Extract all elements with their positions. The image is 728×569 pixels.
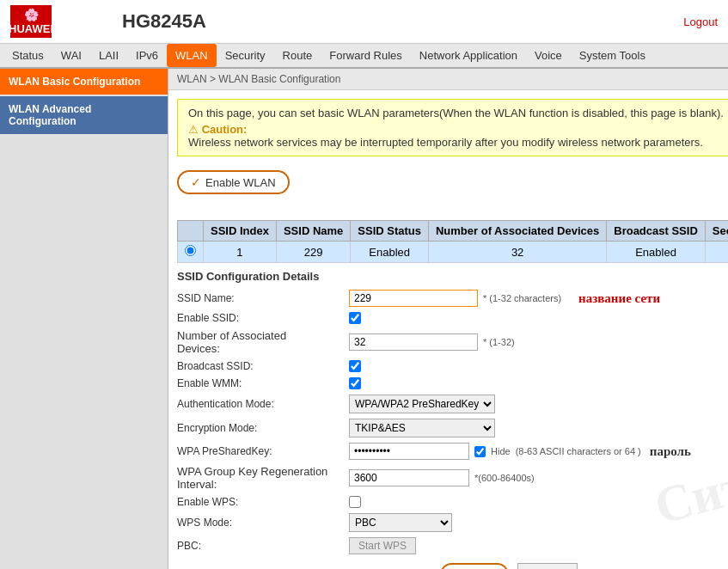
nav-status[interactable]: Status	[3, 44, 52, 67]
ssid-table: SSID Index SSID Name SSID Status Number …	[177, 220, 728, 263]
nav-security[interactable]: Security	[217, 44, 274, 67]
enable-wmm-label: Enable WMM:	[177, 377, 349, 389]
ssid-table-area: New Delete SSID Index SSID Name SSID Sta…	[168, 199, 728, 263]
col-ssid-index: SSID Index	[204, 221, 277, 242]
nav-voice[interactable]: Voice	[526, 44, 571, 67]
logo-area: 🌸 HUAWEI	[10, 5, 105, 38]
enc-mode-label: Encryption Mode:	[177, 422, 349, 434]
breadcrumb: WLAN > WLAN Basic Configuration	[168, 69, 728, 90]
wpa-group-hint: *(600-86400s)	[474, 473, 535, 483]
num-devices-label: Number of Associated Devices:	[177, 329, 349, 355]
broadcast-ssid-row: Broadcast SSID:	[177, 360, 728, 372]
enable-wmm-checkbox[interactable]	[349, 377, 361, 389]
broadcast-ssid-label: Broadcast SSID:	[177, 360, 349, 372]
nav-system-tools[interactable]: System Tools	[571, 44, 654, 67]
enc-mode-row: Encryption Mode: TKIP&AES TKIP AES	[177, 419, 728, 437]
start-wps-button[interactable]: Start WPS	[349, 537, 416, 554]
sidebar: WLAN Basic Configuration WLAN Advanced C…	[0, 69, 168, 569]
wpa-key-input[interactable]	[349, 443, 469, 460]
apply-button[interactable]: Apply	[440, 563, 509, 569]
col-broadcast-ssid: Broadcast SSID	[607, 221, 706, 242]
device-name: HG8245A	[105, 10, 683, 33]
pbc-row: PBC: Start WPS	[177, 537, 728, 554]
nav-wlan[interactable]: WLAN	[167, 44, 217, 67]
caution-label: Caution:	[202, 123, 248, 136]
enable-wps-row: Enable WPS:	[177, 496, 728, 508]
row-status: Enabled	[351, 242, 429, 263]
wps-mode-select[interactable]: PBC PIN	[349, 513, 452, 532]
pbc-label: PBC:	[177, 540, 349, 552]
info-line1: On this page, you can set basic WLAN par…	[188, 107, 728, 119]
row-radio[interactable]	[178, 242, 204, 263]
checkmark-icon: ✓	[191, 175, 201, 189]
info-box: On this page, you can set basic WLAN par…	[177, 99, 728, 156]
col-ssid-name: SSID Name	[276, 221, 350, 242]
content-area: WLAN > WLAN Basic Configuration On this …	[168, 69, 728, 569]
ssid-details: SSID Configuration Details SSID Name: * …	[168, 263, 728, 569]
nav-forward-rules[interactable]: Forward Rules	[321, 44, 411, 67]
enable-wps-checkbox[interactable]	[349, 496, 361, 508]
enable-ssid-label: Enable SSID:	[177, 312, 349, 324]
table-row[interactable]: 1 229 Enabled 32 Enabled Configured	[178, 242, 729, 263]
huawei-logo: 🌸 HUAWEI	[10, 5, 52, 38]
wps-mode-row: WPS Mode: PBC PIN	[177, 513, 728, 532]
ssid-name-hint: * (1-32 characters)	[483, 293, 561, 303]
nav-laii[interactable]: LAII	[90, 44, 127, 67]
sidebar-item-wlan-basic[interactable]: WLAN Basic Configuration	[0, 69, 168, 95]
enable-ssid-row: Enable SSID:	[177, 312, 728, 324]
wpa-group-row: WPA Group Key Regeneration Interval: *(6…	[177, 465, 728, 491]
auth-mode-select[interactable]: WPA/WPA2 PreSharedKey Open WPA WPA2	[349, 395, 495, 413]
ssid-name-input[interactable]	[349, 290, 478, 307]
form-actions: Apply Cancel	[177, 563, 728, 569]
hide-password-checkbox[interactable]	[474, 446, 486, 457]
num-devices-hint: * (1-32)	[483, 337, 515, 347]
row-security: Configured	[705, 242, 728, 263]
row-select-radio[interactable]	[185, 245, 196, 256]
ssid-name-annotation: название сети	[578, 291, 660, 306]
num-devices-input[interactable]	[349, 333, 478, 351]
wpa-key-row: WPA PreSharedKey: Hide (8-63 ASCII chara…	[177, 443, 728, 460]
enable-wmm-row: Enable WMM:	[177, 377, 728, 389]
col-ssid-status: SSID Status	[351, 221, 429, 242]
table-actions: New Delete	[177, 199, 728, 217]
col-num-devices: Number of Associated Devices	[428, 221, 606, 242]
row-devices: 32	[428, 242, 606, 263]
nav-route[interactable]: Route	[274, 44, 321, 67]
auth-mode-label: Authentication Mode:	[177, 398, 349, 410]
info-line2: Wireless network services may be interru…	[188, 136, 728, 149]
wps-mode-label: WPS Mode:	[177, 517, 349, 529]
col-select	[178, 221, 204, 242]
sidebar-item-wlan-advanced[interactable]: WLAN Advanced Configuration	[0, 96, 168, 134]
main-area: WLAN Basic Configuration WLAN Advanced C…	[0, 69, 728, 569]
hide-label: Hide	[491, 446, 511, 456]
col-security-config: Security Configuration	[705, 221, 728, 242]
row-broadcast: Enabled	[607, 242, 706, 263]
nav-wai[interactable]: WAI	[52, 44, 90, 67]
logout-button[interactable]: Logout	[683, 15, 718, 28]
row-name: 229	[276, 242, 350, 263]
header: 🌸 HUAWEI HG8245A Logout	[0, 0, 728, 44]
num-devices-row: Number of Associated Devices: * (1-32)	[177, 329, 728, 355]
ssid-name-label: SSID Name:	[177, 292, 349, 304]
broadcast-ssid-checkbox[interactable]	[349, 360, 361, 372]
cancel-button[interactable]: Cancel	[517, 563, 578, 569]
enable-wlan-label: Enable WLAN	[205, 176, 276, 189]
wpa-key-hint: (8-63 ASCII characters or 64 )	[516, 446, 641, 456]
brand-label: HUAWEI	[9, 22, 53, 36]
top-nav: Status WAI LAII IPv6 WLAN Security Route…	[0, 44, 728, 69]
enable-ssid-checkbox[interactable]	[349, 312, 361, 324]
auth-mode-row: Authentication Mode: WPA/WPA2 PreSharedK…	[177, 395, 728, 413]
nav-ipv6[interactable]: IPv6	[127, 44, 167, 67]
wpa-key-label: WPA PreSharedKey:	[177, 445, 349, 457]
enable-wlan-area: ✓ Enable WLAN	[168, 165, 728, 199]
enable-wlan-button[interactable]: ✓ Enable WLAN	[177, 170, 290, 194]
nav-network-application[interactable]: Network Application	[411, 44, 526, 67]
wpa-group-input[interactable]	[349, 469, 469, 486]
ssid-name-row: SSID Name: * (1-32 characters) название …	[177, 290, 728, 307]
wpa-group-label: WPA Group Key Regeneration Interval:	[177, 465, 349, 491]
ssid-details-title: SSID Configuration Details	[177, 270, 728, 283]
enc-mode-select[interactable]: TKIP&AES TKIP AES	[349, 419, 495, 437]
enable-wps-label: Enable WPS:	[177, 496, 349, 508]
row-index: 1	[204, 242, 277, 263]
wpa-key-annotation: пароль	[650, 444, 691, 459]
